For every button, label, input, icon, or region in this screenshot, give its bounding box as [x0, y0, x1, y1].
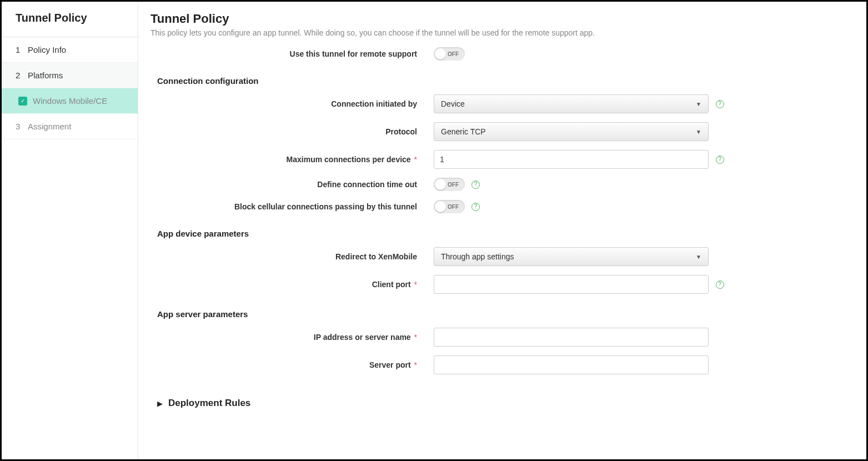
triangle-right-icon: ▶	[157, 399, 163, 408]
label-text: Server port	[369, 360, 411, 369]
toggle-remote-support[interactable]: OFF	[434, 47, 465, 61]
row-connection-timeout: Define connection time out OFF ?	[150, 178, 850, 191]
row-protocol: Protocol Generic TCP ▼	[150, 122, 850, 141]
input-max-connections[interactable]	[434, 150, 709, 169]
help-icon[interactable]: ?	[471, 203, 480, 211]
sidebar-item-policy-info[interactable]: 1 Policy Info	[2, 37, 138, 63]
help-icon[interactable]: ?	[716, 100, 724, 108]
label-server-port: Server port *	[150, 360, 434, 369]
required-asterisk: *	[414, 155, 417, 164]
sidebar-item-label: Assignment	[28, 122, 71, 131]
checkbox-checked-icon[interactable]: ✓	[18, 97, 27, 106]
page-title: Tunnel Policy	[150, 12, 850, 26]
select-value: Through app settings	[441, 252, 514, 261]
heading-app-server-params: App server parameters	[150, 309, 850, 319]
step-number: 1	[16, 45, 22, 54]
label-connection-timeout: Define connection time out	[150, 180, 434, 189]
select-value: Generic TCP	[441, 127, 486, 136]
heading-connection-config: Connection configuration	[150, 76, 850, 86]
row-redirect-xenmobile: Redirect to XenMobile Through app settin…	[150, 247, 850, 266]
input-ip-server-name[interactable]	[434, 328, 709, 347]
label-max-connections: Maximum connections per device *	[150, 155, 434, 164]
row-client-port: Client port * ?	[150, 275, 850, 294]
toggle-knob	[435, 179, 446, 190]
label-ip-server-name: IP address or server name *	[150, 333, 434, 342]
toggle-connection-timeout[interactable]: OFF	[434, 178, 465, 191]
sidebar-item-label: Windows Mobile/CE	[33, 96, 107, 106]
label-remote-support: Use this tunnel for remote support	[150, 49, 434, 58]
toggle-knob	[435, 201, 446, 212]
help-icon[interactable]: ?	[716, 280, 724, 289]
required-asterisk: *	[414, 280, 417, 289]
label-text: Maximum connections per device	[287, 155, 411, 164]
caret-down-icon: ▼	[696, 101, 701, 107]
main-content: Tunnel Policy This policy lets you confi…	[138, 2, 866, 459]
page-description: This policy lets you configure an app tu…	[150, 28, 850, 37]
row-block-cellular: Block cellular connections passing by th…	[150, 200, 850, 213]
sidebar-item-label: Platforms	[28, 71, 63, 80]
input-client-port[interactable]	[434, 275, 709, 294]
row-server-port: Server port *	[150, 355, 850, 374]
select-value: Device	[441, 99, 465, 108]
sidebar-subitem-windows-mobile-ce[interactable]: ✓ Windows Mobile/CE	[2, 88, 138, 114]
required-asterisk: *	[414, 360, 417, 369]
row-initiated-by: Connection initiated by Device ▼ ?	[150, 94, 850, 113]
sidebar-item-label: Policy Info	[28, 45, 66, 54]
deployment-rules-label: Deployment Rules	[168, 398, 250, 409]
step-number: 3	[16, 122, 22, 131]
label-text: Client port	[372, 280, 411, 289]
label-initiated-by: Connection initiated by	[150, 99, 434, 108]
help-icon[interactable]: ?	[471, 181, 480, 189]
deployment-rules-toggle[interactable]: ▶ Deployment Rules	[150, 398, 850, 409]
input-server-port[interactable]	[434, 355, 709, 374]
help-icon[interactable]: ?	[716, 156, 724, 164]
sidebar-title: Tunnel Policy	[2, 2, 138, 37]
select-initiated-by[interactable]: Device ▼	[434, 94, 709, 113]
label-redirect-xenmobile: Redirect to XenMobile	[150, 252, 434, 261]
toggle-block-cellular[interactable]: OFF	[434, 200, 465, 213]
row-ip-server-name: IP address or server name *	[150, 328, 850, 347]
toggle-knob	[435, 48, 446, 59]
caret-down-icon: ▼	[696, 129, 701, 135]
label-protocol: Protocol	[150, 127, 434, 136]
select-protocol[interactable]: Generic TCP ▼	[434, 122, 709, 141]
row-max-connections: Maximum connections per device * ?	[150, 150, 850, 169]
sidebar-item-platforms[interactable]: 2 Platforms	[2, 63, 138, 88]
step-number: 2	[16, 71, 22, 80]
label-block-cellular: Block cellular connections passing by th…	[150, 202, 434, 211]
sidebar: Tunnel Policy 1 Policy Info 2 Platforms …	[2, 2, 138, 459]
required-asterisk: *	[414, 333, 417, 342]
select-redirect-xenmobile[interactable]: Through app settings ▼	[434, 247, 709, 266]
label-client-port: Client port *	[150, 280, 434, 289]
caret-down-icon: ▼	[696, 254, 701, 260]
row-remote-support: Use this tunnel for remote support OFF	[150, 47, 850, 61]
sidebar-item-assignment[interactable]: 3 Assignment	[2, 114, 138, 139]
heading-app-device-params: App device parameters	[150, 229, 850, 238]
label-text: IP address or server name	[314, 333, 411, 342]
